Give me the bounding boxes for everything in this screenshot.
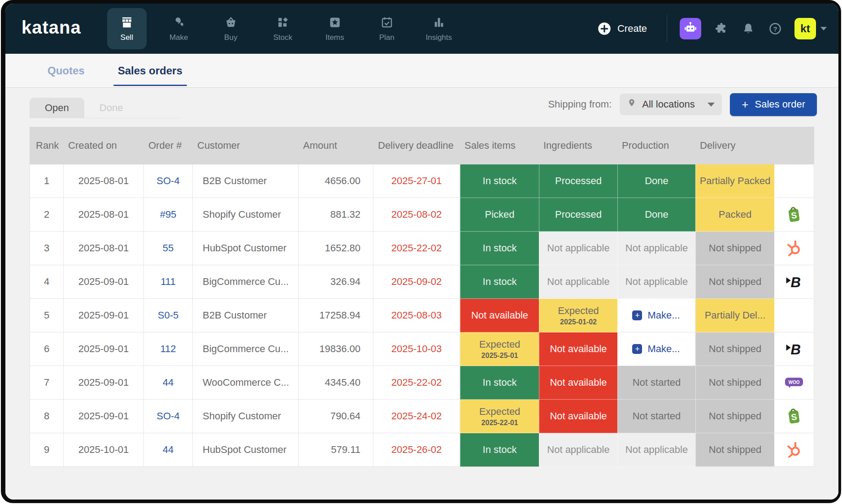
puzzle-icon: [715, 22, 728, 35]
new-sales-order-label: Sales order: [755, 99, 805, 110]
nav-item-insights[interactable]: Insights: [419, 8, 459, 49]
nav-item-label: Sell: [121, 33, 133, 42]
order-link[interactable]: 44: [144, 366, 193, 400]
table-row[interactable]: 52025-09-01S0-5B2B Customer17258.942025-…: [30, 299, 814, 332]
status-label: Not shipped: [709, 444, 761, 456]
window-frame: katana SellMakeBuyStockItemsPlanInsights…: [1, 0, 841, 503]
svg-text:B: B: [790, 275, 801, 290]
table-row[interactable]: 82025-09-01SO-4Shopify Customer790.64202…: [30, 400, 814, 433]
order-link[interactable]: 111: [144, 265, 193, 299]
status-label: Partially Packed: [700, 175, 771, 187]
hubspot-icon: [784, 238, 804, 258]
bell-icon: [742, 22, 755, 35]
order-link[interactable]: 44: [144, 433, 193, 467]
column-header-delivery: Delivery: [695, 127, 774, 164]
rank-cell: 3: [30, 232, 64, 265]
production-status-cell: Not applicable: [617, 232, 695, 265]
delivery-status-cell: Not shipped: [695, 366, 774, 400]
customer-cell: BigCommerce Cu...: [193, 332, 299, 366]
production-status-cell: Not applicable: [617, 433, 695, 467]
nav-item-plan[interactable]: Plan: [367, 8, 407, 49]
status-label: Picked: [485, 209, 514, 220]
column-header-production: Production: [617, 127, 695, 164]
status-label: In stock: [483, 175, 517, 187]
amount-cell: 881.32: [299, 198, 373, 232]
order-link[interactable]: 55: [144, 232, 193, 265]
help-button[interactable]: ?: [768, 22, 782, 35]
status-label: Processed: [555, 209, 602, 220]
table-row[interactable]: 62025-09-01112BigCommerce Cu...19836.002…: [30, 332, 814, 366]
ingredients-status-cell: Not available: [539, 332, 617, 366]
platform-cell: S: [774, 400, 814, 433]
filter-done[interactable]: Done: [84, 98, 139, 118]
created-on-cell: 2025-10-01: [64, 433, 144, 467]
tab-sales-orders[interactable]: Sales orders: [114, 54, 186, 87]
content-area: OpenDone Shipping from: All locations + …: [5, 88, 838, 500]
tab-quotes[interactable]: Quotes: [44, 54, 88, 87]
new-sales-order-button[interactable]: + Sales order: [730, 93, 817, 116]
delivery-status-cell: Partially Del...: [695, 299, 774, 332]
table-row[interactable]: 42025-09-01111BigCommerce Cu...326.94202…: [30, 265, 814, 299]
delivery-status-cell: Partially Packed: [695, 164, 774, 198]
create-button[interactable]: Create: [598, 22, 647, 35]
ai-assistant-button[interactable]: [680, 18, 701, 39]
nav-item-buy[interactable]: Buy: [211, 8, 251, 49]
table-row[interactable]: 32025-08-0155HubSpot Customer1652.802025…: [30, 232, 814, 265]
integrations-button[interactable]: [715, 22, 728, 35]
created-on-cell: 2025-09-01: [64, 332, 144, 366]
woocommerce-icon: WOO: [784, 373, 804, 392]
filter-open[interactable]: Open: [30, 98, 84, 118]
ingredients-status-cell: Processed: [539, 198, 617, 232]
customer-cell: HubSpot Customer: [193, 433, 299, 467]
items-icon: [328, 16, 342, 29]
order-link[interactable]: S0-5: [144, 299, 193, 332]
amount-cell: 19836.00: [299, 332, 373, 366]
ingredients-status-cell: Processed: [539, 164, 617, 198]
nav-item-make[interactable]: Make: [159, 8, 199, 49]
status-label: Not applicable: [625, 276, 688, 288]
nav-item-label: Items: [326, 33, 344, 42]
table-row[interactable]: 12025-08-01SO-4B2B Customer4656.002025-2…: [30, 164, 814, 198]
shopify-icon: S: [784, 205, 804, 224]
table-row[interactable]: 92025-10-0144HubSpot Customer579.112025-…: [30, 433, 814, 467]
delivery-deadline-cell: 2025-10-03: [373, 332, 460, 366]
basket-icon: [224, 16, 238, 29]
nav-item-sell[interactable]: Sell: [107, 8, 147, 49]
production-status-cell: Not started: [617, 400, 695, 433]
column-header-amount: Amount: [299, 127, 373, 164]
create-label: Create: [617, 23, 647, 34]
katana-logo: katana: [22, 17, 81, 38]
order-link[interactable]: SO-4: [144, 400, 193, 433]
production-status-cell[interactable]: +Make...: [617, 332, 695, 366]
sales-items-status-cell: In stock: [460, 265, 539, 299]
amount-cell: 326.94: [299, 265, 373, 299]
location-select[interactable]: All locations: [620, 94, 722, 115]
notifications-button[interactable]: [742, 22, 755, 35]
customer-cell: BigCommerce Cu...: [193, 265, 299, 299]
order-link[interactable]: 112: [144, 332, 193, 366]
created-on-cell: 2025-09-01: [64, 366, 144, 400]
status-label: Done: [645, 209, 668, 220]
customer-cell: HubSpot Customer: [193, 232, 299, 265]
ingredients-status-cell: Not applicable: [539, 232, 617, 265]
production-status-cell[interactable]: +Make...: [617, 299, 695, 332]
nav-item-items[interactable]: Items: [315, 8, 355, 49]
order-link[interactable]: SO-4: [144, 164, 193, 198]
account-avatar[interactable]: kt: [794, 18, 816, 39]
status-label: Processed: [555, 175, 602, 187]
main-nav: SellMakeBuyStockItemsPlanInsights: [107, 8, 459, 49]
platform-cell: B: [774, 332, 814, 366]
sales-items-status-cell: In stock: [460, 164, 539, 198]
sales-items-status-cell: In stock: [460, 366, 539, 400]
nav-item-stock[interactable]: Stock: [263, 8, 303, 49]
order-link[interactable]: #95: [144, 198, 193, 232]
shopify-icon: S: [784, 406, 804, 426]
customer-cell: B2B Customer: [193, 164, 299, 198]
table-row[interactable]: 72025-09-0144WooCommerce C...4345.402025…: [30, 366, 814, 400]
status-label: Not applicable: [547, 242, 609, 254]
amount-cell: 790.64: [299, 400, 373, 433]
plus-icon: +: [742, 99, 748, 110]
status-date: 2025-22-01: [482, 419, 518, 427]
account-caret-icon: [820, 27, 827, 30]
table-row[interactable]: 22025-08-01#95Shopify Customer881.322025…: [30, 198, 814, 232]
